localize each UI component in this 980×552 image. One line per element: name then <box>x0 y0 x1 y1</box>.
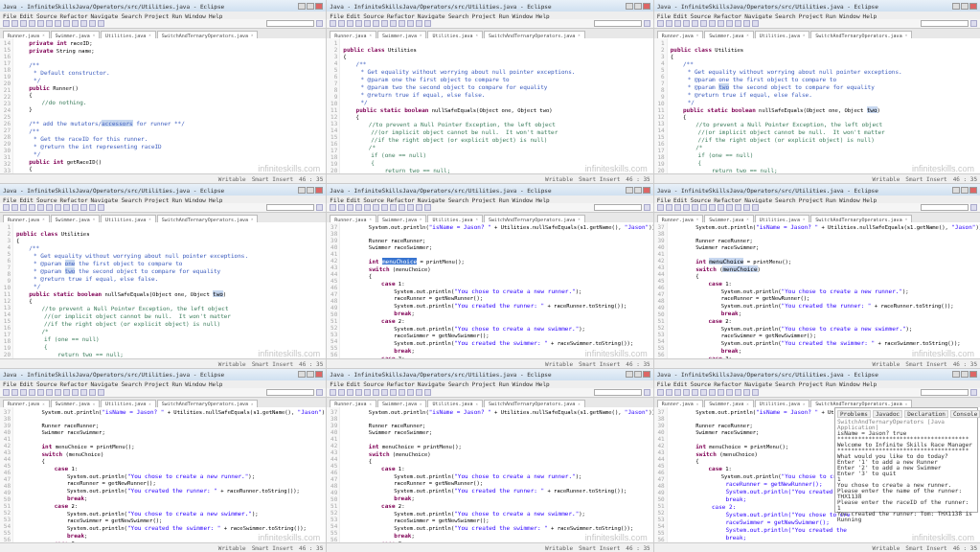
editor-tab-3[interactable]: SwitchAndTernaryOperators.java× <box>484 215 585 222</box>
menu-refactor[interactable]: Refactor <box>60 196 88 203</box>
close-icon[interactable]: × <box>42 402 44 406</box>
menu-window[interactable]: Window <box>513 12 534 19</box>
minimize-button[interactable] <box>952 3 960 10</box>
quick-access-input[interactable] <box>266 20 314 27</box>
editor-area[interactable]: 1234567891011121314151617181920212223242… <box>0 222 326 357</box>
editor-tab-1[interactable]: Swimmer.java× <box>377 400 427 407</box>
editor-tab-3[interactable]: SwitchAndTernaryOperators.java× <box>810 215 912 222</box>
perspective-java-icon[interactable] <box>644 389 650 396</box>
editor-tab-2[interactable]: Utilities.java× <box>755 31 810 38</box>
perspective-java-icon[interactable] <box>970 204 977 211</box>
perspective-java-icon[interactable] <box>970 20 977 27</box>
toolbar-icon-10[interactable] <box>416 20 422 27</box>
close-icon[interactable]: × <box>578 33 580 37</box>
close-icon[interactable]: × <box>696 402 698 406</box>
code-content[interactable]: public class Utilities { /** * Get equal… <box>340 38 652 173</box>
toolbar-icon-8[interactable] <box>72 204 79 211</box>
toolbar-icon-3[interactable] <box>683 204 690 211</box>
menu-source[interactable]: Source <box>363 12 384 19</box>
toolbar-icon-6[interactable] <box>709 204 716 211</box>
toolbar-icon-5[interactable] <box>700 389 707 396</box>
editor-tab-0[interactable]: Runner.java× <box>330 215 376 222</box>
maximize-button[interactable] <box>961 187 969 194</box>
toolbar-icon-4[interactable] <box>364 204 371 211</box>
menu-navigate[interactable]: Navigate <box>744 380 772 387</box>
toolbar-icon-11[interactable] <box>752 389 759 396</box>
menu-run[interactable]: Run <box>499 196 510 203</box>
menu-navigate[interactable]: Navigate <box>418 196 445 203</box>
close-icon[interactable]: × <box>42 33 44 37</box>
editor-tab-1[interactable]: Swimmer.java× <box>51 400 101 407</box>
toolbar-icon-9[interactable] <box>80 20 87 27</box>
menu-help[interactable]: Help <box>209 196 222 203</box>
editor-tab-0[interactable]: Runner.java× <box>3 400 50 407</box>
menu-run[interactable]: Run <box>499 12 510 19</box>
toolbar-icon-1[interactable] <box>11 204 18 211</box>
minimize-button[interactable] <box>626 3 633 10</box>
menu-source[interactable]: Source <box>691 196 712 203</box>
toolbar-icon-2[interactable] <box>20 389 27 396</box>
toolbar-icon-0[interactable] <box>3 20 10 27</box>
close-icon[interactable]: × <box>578 402 580 406</box>
maximize-button[interactable] <box>634 3 642 10</box>
menu-help[interactable]: Help <box>209 380 222 387</box>
perspective-java-icon[interactable] <box>316 20 323 27</box>
toolbar-icon-7[interactable] <box>63 389 70 396</box>
menu-window[interactable]: Window <box>839 380 860 387</box>
toolbar-icon-3[interactable] <box>355 20 362 27</box>
toolbar-icon-5[interactable] <box>700 204 707 211</box>
menu-project[interactable]: Project <box>145 380 169 387</box>
toolbar-icon-11[interactable] <box>752 204 759 211</box>
toolbar-icon-2[interactable] <box>347 389 353 396</box>
editor-tab-0[interactable]: Runner.java× <box>330 400 376 407</box>
menu-refactor[interactable]: Refactor <box>60 12 88 19</box>
menu-refactor[interactable]: Refactor <box>387 12 415 19</box>
close-icon[interactable]: × <box>803 402 805 406</box>
editor-tab-3[interactable]: SwitchAndTernaryOperators.java× <box>157 31 259 38</box>
menu-run[interactable]: Run <box>826 196 836 203</box>
close-button[interactable] <box>315 3 323 10</box>
toolbar-icon-4[interactable] <box>37 204 44 211</box>
menu-project[interactable]: Project <box>145 12 169 19</box>
close-icon[interactable]: × <box>93 217 95 221</box>
close-icon[interactable]: × <box>251 33 253 37</box>
toolbar-icon-8[interactable] <box>399 204 405 211</box>
code-content[interactable]: public class Utilities { /** * Get equal… <box>13 222 326 357</box>
editor-tab-2[interactable]: Utilities.java× <box>101 31 156 38</box>
close-icon[interactable]: × <box>746 402 748 406</box>
close-icon[interactable]: × <box>746 217 748 221</box>
menu-source[interactable]: Source <box>36 12 57 19</box>
menu-help[interactable]: Help <box>536 12 549 19</box>
menu-edit[interactable]: Edit <box>673 196 687 203</box>
toolbar-icon-7[interactable] <box>390 389 397 396</box>
toolbar-icon-7[interactable] <box>63 20 70 27</box>
toolbar-icon-1[interactable] <box>338 20 345 27</box>
toolbar-icon-1[interactable] <box>11 389 18 396</box>
toolbar-icon-6[interactable] <box>709 20 716 27</box>
toolbar-icon-1[interactable] <box>666 204 672 211</box>
toolbar-icon-5[interactable] <box>46 389 53 396</box>
toolbar-icon-5[interactable] <box>46 20 53 27</box>
toolbar-icon-2[interactable] <box>347 20 353 27</box>
toolbar-icon-8[interactable] <box>399 20 405 27</box>
menu-run[interactable]: Run <box>826 12 836 19</box>
toolbar-icon-2[interactable] <box>674 204 681 211</box>
maximize-button[interactable] <box>307 371 314 378</box>
toolbar-icon-3[interactable] <box>29 389 35 396</box>
menu-search[interactable]: Search <box>121 196 142 203</box>
toolbar-icon-10[interactable] <box>743 20 750 27</box>
toolbar-icon-10[interactable] <box>416 204 422 211</box>
toolbar-icon-2[interactable] <box>20 204 27 211</box>
menu-project[interactable]: Project <box>145 196 169 203</box>
editor-tab-0[interactable]: Runner.java× <box>657 400 704 407</box>
close-icon[interactable]: × <box>93 33 95 37</box>
menu-navigate[interactable]: Navigate <box>418 380 445 387</box>
toolbar-icon-4[interactable] <box>692 389 698 396</box>
menu-search[interactable]: Search <box>775 196 796 203</box>
close-icon[interactable]: × <box>251 217 253 221</box>
menu-file[interactable]: File <box>3 380 16 387</box>
editor-tab-2[interactable]: Utilities.java× <box>755 215 810 222</box>
menu-window[interactable]: Window <box>185 12 206 19</box>
editor-tab-1[interactable]: Swimmer.java× <box>704 400 754 407</box>
close-icon[interactable]: × <box>420 217 422 221</box>
